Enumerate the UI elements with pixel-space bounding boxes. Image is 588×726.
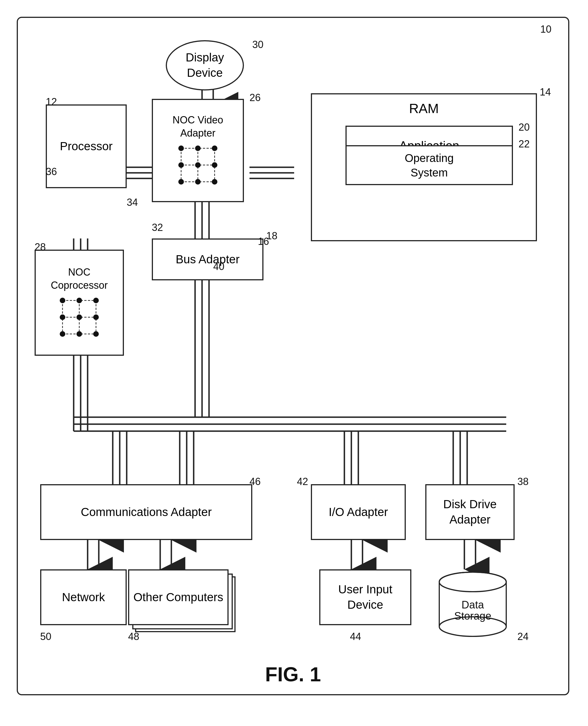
disk-drive-adapter-label: Disk DriveAdapter bbox=[443, 497, 497, 527]
svg-point-55 bbox=[212, 162, 217, 168]
svg-point-52 bbox=[212, 145, 217, 151]
noc-video-grid bbox=[175, 143, 220, 187]
svg-point-71 bbox=[60, 331, 65, 337]
bus-adapter-box: Bus Adapter bbox=[152, 239, 264, 280]
svg-point-65 bbox=[60, 298, 65, 303]
ref-50: 50 bbox=[40, 631, 51, 643]
ref-42: 42 bbox=[297, 476, 308, 487]
other-computers-label: Other Computers bbox=[133, 590, 223, 605]
comms-adapter-label: Communications Adapter bbox=[81, 505, 212, 520]
display-device-label: DisplayDevice bbox=[186, 50, 224, 80]
ref-14: 14 bbox=[540, 86, 551, 98]
comms-adapter-box: Communications Adapter bbox=[40, 484, 252, 540]
noc-coprocessor-box: NOCCoprocessor bbox=[35, 250, 124, 356]
cylinder-svg: Data Storage bbox=[434, 568, 512, 646]
svg-point-50 bbox=[178, 145, 184, 151]
noc-coprocessor-label: NOCCoprocessor bbox=[51, 266, 108, 292]
processor-box: Processor bbox=[46, 104, 127, 188]
data-storage: Data Storage bbox=[434, 568, 512, 646]
os-label: OperatingSystem bbox=[405, 151, 454, 180]
ref-16: 16 bbox=[258, 236, 269, 247]
svg-point-54 bbox=[195, 162, 201, 168]
svg-point-72 bbox=[77, 331, 82, 337]
network-box: Network bbox=[40, 569, 127, 625]
display-device: DisplayDevice bbox=[166, 40, 244, 90]
svg-text:Storage: Storage bbox=[454, 610, 491, 622]
diagram-frame: 10 DisplayDevice 30 Processor 12 NOC Vid… bbox=[17, 17, 569, 695]
svg-point-56 bbox=[178, 179, 184, 185]
ref-38: 38 bbox=[518, 476, 529, 487]
io-adapter-box: I/O Adapter bbox=[311, 484, 406, 540]
ref-22: 22 bbox=[519, 138, 530, 151]
other-computers-box: Other Computers bbox=[128, 569, 229, 625]
ref-36: 36 bbox=[46, 166, 57, 178]
svg-point-53 bbox=[178, 162, 184, 168]
processor-label: Processor bbox=[60, 139, 112, 154]
ref-20: 20 bbox=[519, 121, 530, 134]
ref-46: 46 bbox=[250, 476, 261, 487]
disk-drive-adapter-box: Disk DriveAdapter bbox=[425, 484, 514, 540]
network-label: Network bbox=[62, 590, 105, 605]
figure-label: FIG. 1 bbox=[265, 663, 321, 686]
ref-26: 26 bbox=[250, 92, 261, 104]
ram-box: RAM Application 20 OperatingSystem 22 bbox=[311, 93, 537, 241]
os-box: OperatingSystem bbox=[345, 145, 513, 185]
noc-grid-svg bbox=[175, 143, 220, 187]
ref-34: 34 bbox=[127, 197, 138, 208]
svg-point-57 bbox=[195, 179, 201, 185]
svg-point-70 bbox=[93, 315, 99, 320]
ref-30: 30 bbox=[252, 39, 264, 51]
svg-point-51 bbox=[195, 145, 201, 151]
svg-point-69 bbox=[77, 315, 82, 320]
ref-48: 48 bbox=[128, 631, 139, 643]
svg-point-66 bbox=[77, 298, 82, 303]
ref-32: 32 bbox=[152, 222, 163, 234]
ref-28: 28 bbox=[35, 241, 46, 253]
io-adapter-label: I/O Adapter bbox=[329, 505, 388, 520]
svg-point-67 bbox=[93, 298, 99, 303]
svg-point-58 bbox=[212, 179, 217, 185]
noc-coprocessor-grid bbox=[57, 295, 102, 340]
ref-12: 12 bbox=[46, 96, 57, 108]
bus-adapter-label: Bus Adapter bbox=[176, 252, 240, 267]
noc-video-adapter-label: NOC VideoAdapter bbox=[172, 114, 223, 140]
svg-point-68 bbox=[60, 315, 65, 320]
svg-text:Data: Data bbox=[462, 599, 484, 611]
noc-video-adapter-box: NOC VideoAdapter bbox=[152, 99, 244, 202]
ram-label: RAM bbox=[409, 100, 439, 117]
svg-point-73 bbox=[93, 331, 99, 337]
ref-24: 24 bbox=[518, 631, 529, 643]
ref-10: 10 bbox=[540, 23, 551, 35]
user-input-label: User InputDevice bbox=[338, 582, 392, 612]
noc-coprocessor-grid-svg bbox=[57, 295, 102, 340]
user-input-box: User InputDevice bbox=[319, 569, 411, 625]
ref-40: 40 bbox=[213, 261, 224, 273]
ref-44: 44 bbox=[350, 631, 361, 643]
